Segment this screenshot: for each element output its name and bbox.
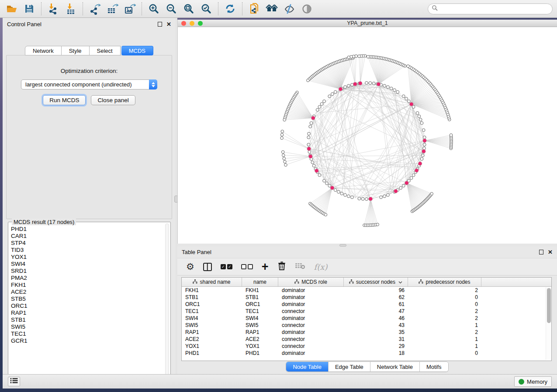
table-row[interactable]: SWI5SWI5connector431 xyxy=(182,322,551,329)
network-from-file-button[interactable] xyxy=(247,1,262,16)
network-node[interactable] xyxy=(361,197,364,200)
network-node[interactable] xyxy=(307,143,310,146)
network-node[interactable] xyxy=(369,197,373,201)
network-node[interactable] xyxy=(365,82,368,85)
mcds-result-item[interactable]: ACE2 xyxy=(11,289,165,296)
network-node[interactable] xyxy=(307,136,310,139)
network-node[interactable] xyxy=(418,115,421,118)
home-pages-button[interactable] xyxy=(264,1,279,16)
network-graph[interactable] xyxy=(178,27,557,243)
network-node[interactable] xyxy=(423,143,426,146)
table-scrollbar[interactable] xyxy=(546,287,551,360)
network-node[interactable] xyxy=(377,82,381,86)
network-node[interactable] xyxy=(422,129,425,132)
apply-layout-button[interactable] xyxy=(223,1,238,16)
network-node[interactable] xyxy=(369,82,372,85)
float-table-panel-icon[interactable] xyxy=(539,250,543,254)
network-node[interactable] xyxy=(340,192,343,195)
network-node[interactable] xyxy=(423,136,426,139)
zoom-out-button[interactable] xyxy=(164,1,179,16)
table-row[interactable]: PHD1PHD1dominator180 xyxy=(182,350,551,357)
network-node[interactable] xyxy=(316,108,319,111)
open-file-button[interactable] xyxy=(4,1,19,16)
network-node[interactable] xyxy=(380,196,383,199)
mcds-result-item[interactable]: STB1 xyxy=(11,316,165,323)
mcds-result-item[interactable]: ORC1 xyxy=(11,303,165,309)
network-node[interactable] xyxy=(393,89,396,92)
network-node[interactable] xyxy=(281,130,284,133)
network-node[interactable] xyxy=(409,102,413,106)
network-node[interactable] xyxy=(408,100,411,103)
optimization-criterion-select[interactable]: largest connected component (undirected) xyxy=(21,79,157,89)
function-builder-button[interactable]: f(x) xyxy=(314,262,328,272)
network-node[interactable] xyxy=(280,137,284,140)
network-node[interactable] xyxy=(372,82,375,85)
import-network-button[interactable] xyxy=(46,1,61,16)
mcds-result-item[interactable]: TID3 xyxy=(11,247,165,254)
table-row[interactable]: ORC1ORC1dominator610 xyxy=(182,301,551,308)
tab-style[interactable]: Style xyxy=(62,46,90,55)
column-header-successor-nodes[interactable]: successor nodes xyxy=(344,278,408,286)
network-canvas[interactable] xyxy=(178,27,557,243)
network-node[interactable] xyxy=(367,55,370,58)
mcds-result-list[interactable]: PHD1CAR1STP4TID3YOX1SWI4SRD1PMA2FKH1ACE2… xyxy=(11,226,165,382)
mcds-result-item[interactable]: FKH1 xyxy=(11,282,165,289)
table-row[interactable]: YOX1YOX1connector291 xyxy=(182,343,551,350)
network-node[interactable] xyxy=(337,190,340,193)
table-row[interactable]: RAP1RAP1dominator352 xyxy=(182,329,551,336)
mcds-result-item[interactable]: STB5 xyxy=(11,296,165,303)
network-node[interactable] xyxy=(308,155,312,158)
tab-network-table[interactable]: Network Table xyxy=(370,362,420,371)
mcds-result-item[interactable]: GCR1 xyxy=(11,337,165,344)
network-node[interactable] xyxy=(412,174,415,177)
network-node[interactable] xyxy=(387,86,390,89)
network-node[interactable] xyxy=(334,90,337,93)
column-header-name[interactable]: name xyxy=(242,278,278,286)
network-node[interactable] xyxy=(387,193,390,196)
import-table-button[interactable] xyxy=(63,1,78,16)
network-node[interactable] xyxy=(307,79,310,82)
network-node[interactable] xyxy=(376,223,379,226)
network-node[interactable] xyxy=(402,95,405,98)
zoom-in-button[interactable] xyxy=(146,1,161,16)
network-node[interactable] xyxy=(324,213,327,217)
network-node[interactable] xyxy=(282,154,285,157)
close-panel-icon[interactable]: ✕ xyxy=(166,22,171,27)
mcds-result-item[interactable]: SWI4 xyxy=(11,261,165,268)
network-node[interactable] xyxy=(318,174,321,177)
network-node[interactable] xyxy=(396,90,399,93)
network-node[interactable] xyxy=(328,95,331,98)
network-node[interactable] xyxy=(422,149,426,153)
network-window-titlebar[interactable]: YPA_prune.txt_1 xyxy=(178,20,557,27)
network-node[interactable] xyxy=(323,179,326,182)
mcds-result-item[interactable]: STP4 xyxy=(11,240,165,247)
network-node[interactable] xyxy=(334,189,337,192)
network-node[interactable] xyxy=(320,103,323,106)
tab-edge-table[interactable]: Edge Table xyxy=(329,362,370,371)
network-node[interactable] xyxy=(347,56,350,59)
network-node[interactable] xyxy=(339,87,343,91)
network-node[interactable] xyxy=(331,93,334,96)
column-header-predecessor-nodes[interactable]: predecessor nodes xyxy=(408,278,481,286)
network-node[interactable] xyxy=(315,169,318,173)
network-node[interactable] xyxy=(383,84,386,87)
tab-network[interactable]: Network xyxy=(25,46,62,55)
network-node[interactable] xyxy=(281,151,284,154)
float-window-icon[interactable] xyxy=(158,22,162,27)
network-node[interactable] xyxy=(415,168,419,172)
network-node[interactable] xyxy=(347,195,350,198)
network-node[interactable] xyxy=(351,196,354,199)
network-node[interactable] xyxy=(308,132,311,135)
network-node[interactable] xyxy=(308,151,311,154)
table-row[interactable]: TEC1TEC1connector472 xyxy=(182,308,551,315)
zoom-fit-button[interactable] xyxy=(181,1,196,16)
network-node[interactable] xyxy=(358,197,361,200)
memory-button[interactable]: Memory xyxy=(514,376,552,387)
network-node[interactable] xyxy=(344,86,347,89)
select-all-columns-button[interactable]: ✓✓ xyxy=(221,264,232,269)
network-node[interactable] xyxy=(394,189,398,193)
network-node[interactable] xyxy=(450,134,453,137)
save-session-button[interactable] xyxy=(22,1,37,16)
mcds-result-item[interactable]: SRD1 xyxy=(11,268,165,275)
network-node[interactable] xyxy=(416,112,419,115)
